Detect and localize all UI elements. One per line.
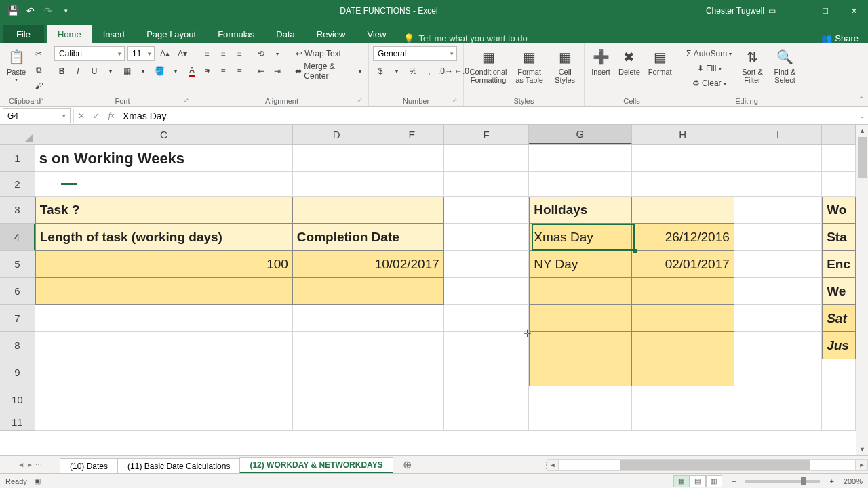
cell[interactable]: Enc	[822, 251, 856, 278]
align-top-button[interactable]: ≡	[199, 46, 214, 61]
tell-me-search[interactable]: 💡Tell me what you want to do	[397, 33, 534, 43]
increase-decimal-button[interactable]: .0→	[438, 64, 453, 79]
row-header[interactable]: 6	[0, 278, 35, 305]
percent-format-button[interactable]: %	[406, 64, 420, 79]
cell[interactable]	[444, 197, 529, 224]
cell[interactable]	[380, 413, 444, 431]
decrease-indent-button[interactable]: ⇤	[254, 64, 269, 79]
enter-formula-button[interactable]: ✓	[89, 108, 104, 123]
col-header-J[interactable]	[822, 125, 856, 144]
cell[interactable]	[632, 386, 734, 413]
increase-indent-button[interactable]: ⇥	[270, 64, 285, 79]
cell[interactable]: Task ?	[35, 197, 293, 224]
maximize-button[interactable]: ☐	[811, 0, 840, 22]
cell[interactable]	[529, 278, 631, 305]
account-name[interactable]: Chester Tugwell▭	[699, 6, 783, 16]
redo-icon[interactable]: ↷	[41, 3, 56, 18]
cell[interactable]	[822, 413, 856, 431]
cell[interactable]	[444, 305, 529, 332]
underline-more-icon[interactable]: ▾	[103, 64, 118, 79]
accounting-format-button[interactable]: $	[373, 64, 388, 79]
cell[interactable]	[293, 172, 380, 197]
cancel-formula-button[interactable]: ✕	[74, 108, 89, 123]
cell[interactable]	[380, 359, 444, 386]
cell[interactable]	[293, 359, 380, 386]
row-header[interactable]: 2	[0, 172, 35, 197]
align-middle-button[interactable]: ≡	[216, 46, 231, 61]
row-header[interactable]: 1	[0, 145, 35, 172]
cell[interactable]	[35, 413, 293, 431]
cell[interactable]	[734, 224, 822, 251]
cell[interactable]	[632, 413, 734, 431]
minimize-button[interactable]: —	[783, 0, 811, 22]
sheet-tab[interactable]: (11) Basic Date Calculations	[117, 458, 240, 474]
copy-button[interactable]: ⧉	[31, 62, 46, 77]
undo-icon[interactable]: ↶	[23, 3, 38, 18]
insert-function-button[interactable]: fx	[104, 108, 119, 123]
cell[interactable]	[734, 145, 822, 172]
cell[interactable]	[444, 332, 529, 359]
number-launcher[interactable]: ⤢	[451, 97, 459, 105]
cell[interactable]	[632, 278, 734, 305]
cell[interactable]	[529, 413, 631, 431]
scroll-up-button[interactable]: ▲	[856, 125, 868, 137]
tab-view[interactable]: View	[356, 25, 397, 43]
cell[interactable]	[734, 386, 822, 413]
sheet-tab[interactable]: (10) Dates	[60, 458, 118, 474]
cell[interactable]	[380, 197, 444, 224]
sheet-nav[interactable]: ◄ ► ⋯	[0, 456, 60, 473]
cell-styles-button[interactable]: ▦Cell Styles	[550, 46, 580, 85]
cell[interactable]: Holidays	[529, 197, 631, 224]
format-as-table-button[interactable]: ▦Format as Table	[511, 46, 547, 85]
cell[interactable]	[293, 145, 380, 172]
borders-button[interactable]: ▦	[119, 64, 134, 79]
cell[interactable]	[444, 413, 529, 431]
clear-button[interactable]: ♻ Clear ▾	[684, 76, 734, 91]
cell[interactable]	[822, 172, 856, 197]
increase-font-button[interactable]: A▴	[157, 46, 172, 61]
zoom-out-button[interactable]: −	[729, 477, 738, 485]
cell[interactable]	[35, 332, 293, 359]
fill-color-more-icon[interactable]: ▾	[168, 64, 183, 79]
cell[interactable]	[293, 305, 380, 332]
align-center-button[interactable]: ≡	[216, 64, 231, 79]
cell[interactable]: 02/01/2017	[632, 251, 734, 278]
italic-button[interactable]: I	[71, 64, 85, 79]
tab-insert[interactable]: Insert	[92, 25, 136, 43]
cell[interactable]	[293, 332, 380, 359]
tab-review[interactable]: Review	[306, 25, 357, 43]
page-break-view-button[interactable]: ▥	[706, 475, 722, 487]
cell[interactable]	[529, 305, 631, 332]
cell[interactable]	[734, 278, 822, 305]
number-format-combo[interactable]: General	[373, 46, 457, 61]
page-layout-view-button[interactable]: ▤	[690, 475, 706, 487]
cell[interactable]	[632, 305, 734, 332]
cell[interactable]	[35, 359, 293, 386]
sheet-tab-active[interactable]: (12) WORKDAY & NETWORKDAYS	[239, 457, 393, 474]
cell[interactable]	[632, 197, 734, 224]
cell[interactable]	[734, 305, 822, 332]
qat-customize-icon[interactable]: ▾	[58, 3, 73, 18]
find-select-button[interactable]: 🔍Find & Select	[770, 46, 800, 85]
vscroll-thumb[interactable]	[858, 137, 867, 178]
cell[interactable]	[734, 359, 822, 386]
borders-more-icon[interactable]: ▾	[136, 64, 151, 79]
sort-filter-button[interactable]: ⇅Sort & Filter	[737, 46, 767, 85]
collapse-ribbon-button[interactable]: ˆ	[857, 94, 865, 105]
zoom-level[interactable]: 200%	[844, 477, 863, 485]
fill-color-button[interactable]: 🪣	[152, 64, 167, 79]
align-left-button[interactable]: ≡	[199, 64, 214, 79]
cut-button[interactable]: ✂	[31, 46, 46, 61]
cell[interactable]: NY Day	[529, 251, 631, 278]
cell[interactable]: s on Working Weeks	[35, 145, 293, 172]
scroll-left-button[interactable]: ◄	[547, 459, 559, 471]
col-header-E[interactable]: E	[380, 125, 444, 144]
align-bottom-button[interactable]: ≡	[232, 46, 247, 61]
cell[interactable]	[380, 172, 444, 197]
save-icon[interactable]: 💾	[5, 3, 20, 18]
insert-cells-button[interactable]: ➕Insert	[589, 46, 613, 77]
font-size-combo[interactable]: 11	[127, 46, 155, 61]
tab-data[interactable]: Data	[265, 25, 305, 43]
underline-button[interactable]: U	[87, 64, 102, 79]
tab-page-layout[interactable]: Page Layout	[136, 25, 207, 43]
